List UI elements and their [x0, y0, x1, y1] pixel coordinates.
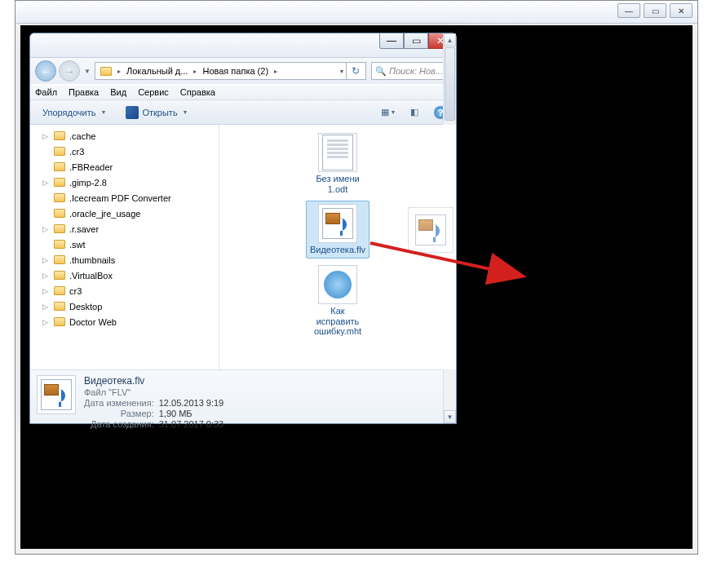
details-created-label: Дата создания: [84, 419, 154, 429]
breadcrumb-segment[interactable]: Локальный д... [123, 63, 191, 79]
mht-file-icon [318, 265, 357, 304]
breadcrumb-root[interactable] [97, 63, 115, 79]
minimize-button[interactable]: — [379, 33, 404, 49]
chevron-down-icon[interactable]: ▾ [338, 68, 346, 75]
search-icon: 🔍 [375, 66, 387, 77]
tree-item[interactable]: ▷.r.saver [30, 221, 219, 237]
folder-icon [54, 240, 65, 249]
file-label: Видеотека.flv [310, 245, 365, 255]
file-item[interactable]: Как исправить ошибку.mht [306, 262, 370, 340]
tree-item[interactable]: ▷.VirtualBox [30, 267, 219, 283]
file-item-selected[interactable]: Видеотека.flv [306, 201, 370, 259]
menu-file[interactable]: Файл [35, 87, 57, 97]
file-item[interactable]: Без имени 1.odt [306, 130, 370, 197]
chevron-down-icon: ▼ [100, 109, 106, 115]
folder-icon [54, 286, 65, 295]
address-bar[interactable]: ▸ Локальный д... ▸ Новая папка (2) ▸ ▾ ↻ [95, 62, 366, 80]
details-size-label: Размер: [84, 409, 154, 418]
search-placeholder: Поиск: Нов... [389, 66, 443, 76]
menu-help[interactable]: Справка [180, 87, 215, 97]
details-created-value: 31.07.2017 0:33 [159, 419, 224, 429]
folder-icon [54, 193, 65, 202]
open-button[interactable]: Открыть▼ [118, 104, 195, 122]
navigation-bar: ← → ▼ ▸ Локальный д... ▸ Новая папка (2)… [30, 58, 456, 84]
folder-icon [54, 162, 65, 171]
forward-button[interactable]: → [59, 60, 80, 82]
command-bar: Упорядочить▼ Открыть▼ ▦ ▼ ◧ ? [30, 100, 456, 125]
view-options-button[interactable]: ▦ ▼ [378, 104, 399, 122]
chevron-right-icon[interactable]: ▸ [115, 68, 123, 75]
menu-edit[interactable]: Правка [69, 87, 99, 97]
bg-close-button[interactable]: ✕ [670, 3, 693, 18]
organize-button[interactable]: Упорядочить▼ [35, 104, 113, 122]
details-modified-label: Дата изменения: [84, 398, 154, 408]
folder-icon [54, 178, 65, 187]
details-pane: Видеотека.flv Файл "FLV" Дата изменения:… [30, 369, 456, 423]
folder-icon [54, 224, 65, 233]
tree-item[interactable]: .FBReader [30, 159, 219, 175]
explorer-body: ▷.cache .cr3 .FBReader ▷.gimp-2.8 .Icecr… [30, 125, 456, 369]
tree-item[interactable]: ▷Doctor Web [30, 314, 219, 329]
menu-tools[interactable]: Сервис [138, 87, 169, 97]
explorer-titlebar[interactable]: — ▭ ✕ [30, 33, 456, 58]
explorer-window: — ▭ ✕ ← → ▼ ▸ Локальный д... ▸ Новая пап… [29, 33, 457, 424]
folder-icon [54, 131, 65, 140]
folder-tree[interactable]: ▷.cache .cr3 .FBReader ▷.gimp-2.8 .Icecr… [30, 125, 219, 369]
details-type: Файл "FLV" [84, 387, 154, 397]
preview-pane-button[interactable]: ◧ [404, 104, 425, 122]
folder-icon [54, 302, 65, 311]
folder-icon [54, 209, 65, 218]
folder-icon [100, 67, 112, 76]
folder-icon [54, 255, 65, 264]
background-titlebar[interactable]: — ▭ ✕ [15, 1, 697, 24]
folder-icon [54, 317, 65, 326]
details-size-value: 1,90 МБ [159, 409, 224, 418]
document-icon [318, 133, 357, 172]
tree-item[interactable]: ▷.gimp-2.8 [30, 175, 219, 190]
video-file-icon [318, 204, 357, 243]
file-label: Как исправить ошибку.mht [309, 306, 366, 337]
bg-maximize-button[interactable]: ▭ [644, 3, 666, 18]
tree-item[interactable]: .swt [30, 237, 219, 252]
menu-view[interactable]: Вид [110, 87, 126, 97]
folder-icon [54, 271, 65, 280]
bg-minimize-button[interactable]: — [617, 3, 640, 18]
chevron-right-icon[interactable]: ▸ [272, 68, 280, 75]
back-button[interactable]: ← [35, 60, 56, 82]
refresh-button[interactable]: ↻ [346, 62, 364, 80]
tree-item[interactable]: ▷.cache [30, 128, 219, 144]
tree-item[interactable]: ▷cr3 [30, 283, 219, 298]
file-label: Без имени 1.odt [309, 174, 366, 194]
chevron-down-icon: ▼ [183, 109, 188, 115]
menu-bar: Файл Правка Вид Сервис Справка [30, 84, 456, 100]
details-thumbnail [37, 375, 76, 414]
app-icon [126, 106, 139, 119]
folder-icon [54, 147, 65, 156]
tree-item[interactable]: ▷.thumbnails [30, 252, 219, 267]
details-modified-value: 12.05.2013 9:19 [159, 398, 224, 408]
search-input[interactable]: 🔍 Поиск: Нов... [371, 62, 451, 80]
tree-item[interactable]: .cr3 [30, 144, 219, 159]
chevron-right-icon[interactable]: ▸ [191, 68, 199, 75]
nav-history-dropdown[interactable]: ▼ [82, 60, 92, 82]
file-pane[interactable]: Без имени 1.odt Видеотека.flv Как исправ… [219, 125, 456, 369]
breadcrumb-segment[interactable]: Новая папка (2) [199, 63, 272, 79]
tree-item[interactable]: .oracle_jre_usage [30, 206, 219, 221]
details-filename: Видеотека.flv [84, 375, 224, 387]
tree-item[interactable]: .Icecream PDF Converter [30, 190, 219, 206]
tree-item[interactable]: ▷Desktop [30, 298, 219, 314]
maximize-button[interactable]: ▭ [404, 33, 428, 49]
